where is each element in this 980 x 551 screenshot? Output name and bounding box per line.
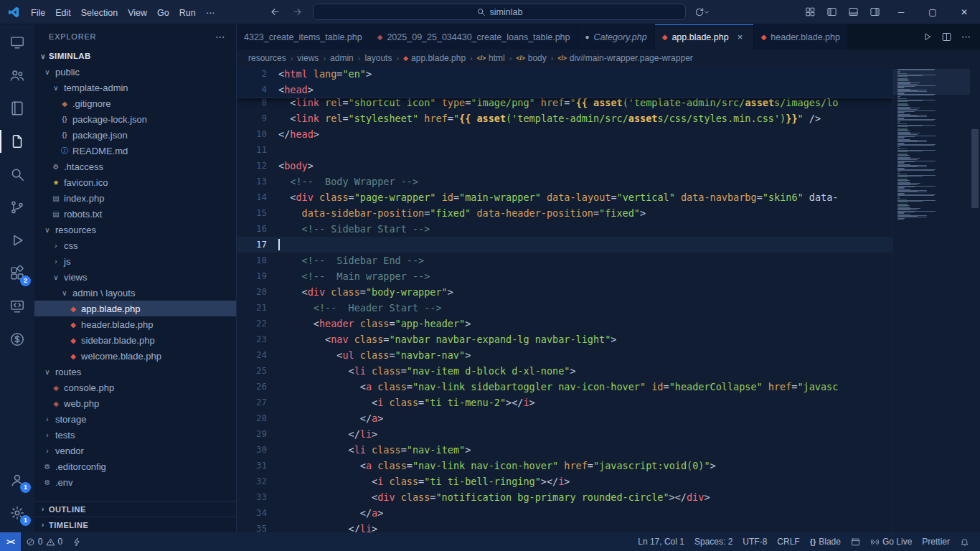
code-line-15[interactable]: 15 data-sidebar-position="fixed" data-he… bbox=[237, 205, 892, 221]
back-icon[interactable] bbox=[270, 6, 281, 17]
tree-item-storage[interactable]: ›storage bbox=[34, 411, 236, 427]
code-line-30[interactable]: 30 <li class="nav-item"> bbox=[237, 442, 892, 458]
menu-selection[interactable]: Selection bbox=[76, 6, 123, 20]
tree-item-routes[interactable]: ∨routes bbox=[34, 364, 236, 380]
activity-remote-explorer[interactable] bbox=[0, 290, 34, 323]
code-line-32[interactable]: 32 <i class="ti ti-bell-ringing"></i> bbox=[237, 474, 892, 489]
line-number[interactable]: 12 bbox=[237, 158, 278, 174]
tree-item-resources[interactable]: ∨resources bbox=[34, 222, 236, 237]
tree-item-readme-md[interactable]: ⓘREADME.md bbox=[34, 143, 236, 159]
code-line-35[interactable]: 35 </li> bbox=[237, 521, 892, 532]
code-line-29[interactable]: 29 </li> bbox=[237, 426, 892, 442]
problems-indicator[interactable]: 0 0 bbox=[21, 532, 67, 551]
breadcrumb-app-blade-php[interactable]: ◆app.blade.php bbox=[403, 53, 466, 63]
tree-item-favicon-ico[interactable]: ★favicon.ico bbox=[34, 174, 236, 190]
line-number[interactable]: 2 bbox=[237, 66, 278, 82]
line-number[interactable]: 31 bbox=[237, 458, 278, 474]
tree-item-web-php[interactable]: ◈web.php bbox=[34, 395, 236, 411]
code-line-4[interactable]: 4<head> bbox=[237, 82, 892, 98]
menu-run[interactable]: Run bbox=[174, 6, 201, 20]
line-number[interactable]: 21 bbox=[237, 300, 278, 316]
line-number[interactable]: 22 bbox=[237, 316, 278, 331]
tree-item-htaccess[interactable]: ⚙.htaccess bbox=[34, 159, 236, 174]
breadcrumb-resources[interactable]: resources bbox=[248, 53, 286, 63]
tree-item-header-blade-php[interactable]: ◆header.blade.php bbox=[34, 316, 236, 332]
breadcrumb-html[interactable]: </>html bbox=[477, 53, 505, 63]
tree-item-css[interactable]: ›css bbox=[34, 237, 236, 253]
forward-icon[interactable] bbox=[292, 6, 303, 17]
code-line-24[interactable]: 24 <ul class="navbar-nav"> bbox=[237, 347, 892, 363]
tree-item-public[interactable]: ∨public bbox=[34, 64, 236, 80]
code-line-13[interactable]: 13 <!-- Body Wrapper --> bbox=[237, 174, 892, 189]
line-number[interactable]: 28 bbox=[237, 410, 278, 426]
tab-2025-09-25-034430-create-loans-table-php[interactable]: ◈2025_09_25_034430_create_loans_table.ph… bbox=[370, 24, 578, 50]
panel-left-icon[interactable] bbox=[821, 2, 842, 22]
menu-file[interactable]: File bbox=[26, 6, 50, 20]
scrollbar-thumb[interactable] bbox=[971, 129, 979, 208]
breadcrumb-admin[interactable]: admin bbox=[330, 53, 354, 63]
menu-go[interactable]: Go bbox=[152, 6, 174, 20]
code-editor[interactable]: 8 <link rel="shortcut icon" type="image/… bbox=[237, 66, 892, 532]
code-line-31[interactable]: 31 <a class="nav-link nav-icon-hover" hr… bbox=[237, 458, 892, 474]
tree-item-editorconfig[interactable]: ⚙.editorconfig bbox=[34, 458, 236, 474]
line-number[interactable]: 13 bbox=[237, 174, 278, 189]
line-number[interactable]: 19 bbox=[237, 268, 278, 284]
line-number[interactable]: 27 bbox=[237, 395, 278, 410]
panel-right-icon[interactable] bbox=[864, 2, 885, 22]
layout-grid-icon[interactable] bbox=[799, 2, 821, 22]
code-line-27[interactable]: 27 <i class="ti ti-menu-2"></i> bbox=[237, 395, 892, 410]
breadcrumb-views[interactable]: views bbox=[297, 53, 319, 63]
tree-item-package-json[interactable]: {}package.json bbox=[34, 127, 236, 143]
line-number[interactable]: 35 bbox=[237, 521, 278, 532]
line-number[interactable]: 30 bbox=[237, 442, 278, 458]
line-number[interactable]: 26 bbox=[237, 379, 278, 395]
activity-accounts[interactable]: 1 bbox=[0, 463, 34, 496]
line-number[interactable]: 20 bbox=[237, 284, 278, 300]
code-line-14[interactable]: 14 <div class="page-wrapper" id="main-wr… bbox=[237, 189, 892, 205]
more-actions-icon[interactable] bbox=[956, 27, 976, 47]
tree-item-robots-txt[interactable]: ▤robots.txt bbox=[34, 206, 236, 222]
line-number[interactable]: 14 bbox=[237, 189, 278, 205]
code-line-20[interactable]: 20 <div class="body-wrapper"> bbox=[237, 284, 892, 300]
line-number[interactable]: 23 bbox=[237, 331, 278, 347]
sticky-scroll[interactable]: 2<html lang="en">4<head> bbox=[237, 66, 892, 98]
code-line-34[interactable]: 34 </a> bbox=[237, 505, 892, 521]
tab-4323-create-items-table-php[interactable]: 4323_create_items_table.php bbox=[237, 24, 370, 50]
tree-item-index-php[interactable]: ▤index.php bbox=[34, 190, 236, 206]
tab-close-icon[interactable]: × bbox=[735, 32, 746, 42]
line-number[interactable]: 29 bbox=[237, 426, 278, 442]
tree-item-welcome-blade-php[interactable]: ◆welcome.blade.php bbox=[34, 348, 236, 364]
status-browser-preview[interactable] bbox=[846, 532, 865, 551]
minimize-button[interactable]: ─ bbox=[885, 0, 917, 24]
close-button[interactable]: ✕ bbox=[948, 0, 980, 24]
code-line-17[interactable]: 17 bbox=[237, 237, 892, 253]
activity-docs[interactable] bbox=[0, 92, 34, 125]
activity-browser-preview[interactable] bbox=[0, 26, 34, 59]
activity-extensions[interactable]: 2 bbox=[0, 257, 34, 290]
tree-item-js[interactable]: ›js bbox=[34, 253, 236, 269]
status-indentation[interactable]: Spaces: 2 bbox=[689, 532, 738, 551]
code-line-16[interactable]: 16 <!-- Sidebar Start --> bbox=[237, 221, 892, 237]
tree-item-console-php[interactable]: ◈console.php bbox=[34, 380, 236, 395]
workspace-root[interactable]: ∨ SIMINLAB bbox=[34, 48, 236, 64]
remote-indicator[interactable]: >< bbox=[0, 532, 21, 551]
tree-item-admin-layouts[interactable]: ∨admin \ layouts bbox=[34, 285, 236, 301]
code-line-26[interactable]: 26 <a class="nav-link sidebartoggler nav… bbox=[237, 379, 892, 395]
tree-item-package-lock-json[interactable]: {}package-lock.json bbox=[34, 111, 236, 127]
outline-section[interactable]: › OUTLINE bbox=[34, 501, 236, 517]
activity-run-and-debug[interactable] bbox=[0, 224, 34, 257]
line-number[interactable]: 17 bbox=[237, 237, 278, 253]
panel-bottom-icon[interactable] bbox=[842, 2, 864, 22]
restart-dropdown[interactable] bbox=[694, 7, 710, 17]
maximize-button[interactable]: ▢ bbox=[917, 0, 948, 24]
line-number[interactable]: 9 bbox=[237, 110, 278, 126]
code-line-11[interactable]: 11 bbox=[237, 142, 892, 158]
status-prettier[interactable]: Prettier bbox=[917, 532, 955, 551]
activity-sponsor[interactable] bbox=[0, 323, 34, 356]
code-line-33[interactable]: 33 <div class="notification bg-primary r… bbox=[237, 489, 892, 505]
tree-item-views[interactable]: ∨views bbox=[34, 269, 236, 285]
code-line-28[interactable]: 28 </a> bbox=[237, 410, 892, 426]
line-number[interactable]: 33 bbox=[237, 489, 278, 505]
status-encoding[interactable]: UTF-8 bbox=[738, 532, 772, 551]
run-file-icon[interactable] bbox=[918, 27, 937, 47]
